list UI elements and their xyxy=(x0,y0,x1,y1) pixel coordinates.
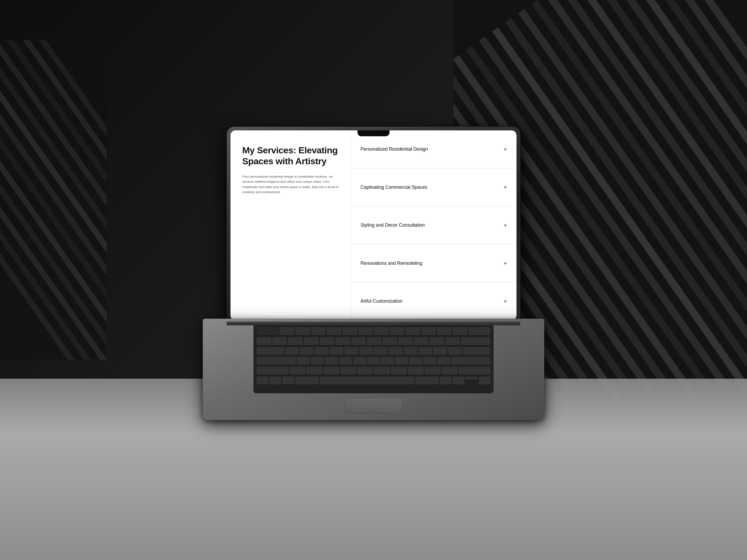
key-del[interactable] xyxy=(468,327,490,336)
key-arrow-right[interactable] xyxy=(479,376,490,385)
expand-icon-styling: + xyxy=(504,222,507,229)
key-f[interactable] xyxy=(339,357,352,365)
key-9[interactable] xyxy=(398,337,413,346)
key-semicolon[interactable] xyxy=(423,357,436,365)
key-x[interactable] xyxy=(306,367,322,375)
key-slash[interactable] xyxy=(442,367,458,375)
service-item-commercial[interactable]: Captivating Commercial Spaces + xyxy=(351,168,516,207)
key-f7[interactable] xyxy=(374,327,389,336)
main-title: My Services: Elevating Spaces with Artis… xyxy=(242,145,339,167)
key-7[interactable] xyxy=(367,337,382,346)
key-row-qwerty xyxy=(257,347,490,355)
key-f3[interactable] xyxy=(311,327,326,336)
key-return[interactable] xyxy=(463,347,490,355)
key-row-bottom xyxy=(257,376,490,385)
key-f2[interactable] xyxy=(295,327,310,336)
key-f5[interactable] xyxy=(342,327,357,336)
left-panel: My Services: Elevating Spaces with Artis… xyxy=(231,130,351,320)
key-row-asdf xyxy=(257,357,490,365)
key-1[interactable] xyxy=(273,337,287,346)
key-j[interactable] xyxy=(381,357,394,365)
key-f6[interactable] xyxy=(358,327,373,336)
key-rshift[interactable] xyxy=(459,367,490,375)
screen-bezel: My Services: Elevating Spaces with Artis… xyxy=(231,130,516,320)
key-b[interactable] xyxy=(357,367,373,375)
key-6[interactable] xyxy=(351,337,366,346)
key-cmd-left[interactable] xyxy=(295,376,319,385)
laptop-screen: My Services: Elevating Spaces with Artis… xyxy=(227,127,520,324)
key-p[interactable] xyxy=(419,347,433,355)
key-cmd-right[interactable] xyxy=(415,376,439,385)
key-backspace[interactable] xyxy=(461,337,490,346)
key-u[interactable] xyxy=(374,347,388,355)
key-d[interactable] xyxy=(325,357,338,365)
key-a[interactable] xyxy=(297,357,310,365)
key-fn[interactable] xyxy=(257,376,268,385)
key-return2[interactable] xyxy=(452,357,490,365)
key-4[interactable] xyxy=(319,337,334,346)
key-o[interactable] xyxy=(404,347,417,355)
key-tab[interactable] xyxy=(257,347,284,355)
key-ctrl[interactable] xyxy=(269,376,281,385)
key-f8[interactable] xyxy=(390,327,405,336)
key-v[interactable] xyxy=(340,367,356,375)
key-k[interactable] xyxy=(395,357,408,365)
key-z[interactable] xyxy=(289,367,305,375)
key-option-right[interactable] xyxy=(440,376,452,385)
key-lshift[interactable] xyxy=(257,367,288,375)
key-g[interactable] xyxy=(353,357,366,365)
service-name-renovations: Renovations and Remodeling xyxy=(360,260,422,266)
key-r[interactable] xyxy=(330,347,344,355)
key-h[interactable] xyxy=(367,357,380,365)
service-name-residential: Personalized Residential Design xyxy=(360,146,428,152)
key-c[interactable] xyxy=(323,367,339,375)
key-quote[interactable] xyxy=(437,357,450,365)
key-rbracket[interactable] xyxy=(448,347,462,355)
key-f11[interactable] xyxy=(437,327,452,336)
key-5[interactable] xyxy=(335,337,350,346)
key-f9[interactable] xyxy=(406,327,420,336)
key-arrow-left[interactable] xyxy=(453,376,464,385)
key-lbracket[interactable] xyxy=(433,347,447,355)
key-0[interactable] xyxy=(414,337,429,346)
key-option-left[interactable] xyxy=(282,376,294,385)
service-item-renovations[interactable]: Renovations and Remodeling + xyxy=(351,244,516,283)
key-space[interactable] xyxy=(320,376,414,385)
service-name-customization: Artful Customization xyxy=(360,298,402,304)
key-3[interactable] xyxy=(304,337,318,346)
service-item-styling[interactable]: Styling and Decor Consultation + xyxy=(351,206,516,244)
key-i[interactable] xyxy=(389,347,403,355)
key-backtick[interactable] xyxy=(257,337,271,346)
key-f4[interactable] xyxy=(327,327,341,336)
keyboard xyxy=(253,324,494,393)
key-comma[interactable] xyxy=(408,367,424,375)
key-s[interactable] xyxy=(311,357,324,365)
key-8[interactable] xyxy=(382,337,397,346)
key-t[interactable] xyxy=(344,347,358,355)
key-m[interactable] xyxy=(391,367,407,375)
key-minus[interactable] xyxy=(430,337,444,346)
key-n[interactable] xyxy=(374,367,390,375)
key-period[interactable] xyxy=(425,367,440,375)
key-f12[interactable] xyxy=(453,327,467,336)
service-name-styling: Styling and Decor Consultation xyxy=(360,222,425,228)
expand-icon-customization: + xyxy=(504,298,507,305)
service-item-customization[interactable]: Artful Customization + xyxy=(351,283,516,320)
key-row-fn xyxy=(257,327,490,336)
key-f10[interactable] xyxy=(421,327,436,336)
key-f1[interactable] xyxy=(280,327,294,336)
service-name-commercial: Captivating Commercial Spaces xyxy=(360,184,427,190)
key-y[interactable] xyxy=(359,347,373,355)
expand-icon-residential: + xyxy=(504,146,507,153)
key-l[interactable] xyxy=(409,357,422,365)
key-capslock[interactable] xyxy=(257,357,295,365)
key-w[interactable] xyxy=(300,347,314,355)
key-q[interactable] xyxy=(285,347,299,355)
key-esc[interactable] xyxy=(257,327,279,336)
laptop-hinge xyxy=(227,322,520,325)
key-arrow-up[interactable] xyxy=(466,376,478,380)
key-equals[interactable] xyxy=(445,337,460,346)
trackpad[interactable] xyxy=(344,398,403,414)
key-e[interactable] xyxy=(315,347,329,355)
key-2[interactable] xyxy=(288,337,303,346)
